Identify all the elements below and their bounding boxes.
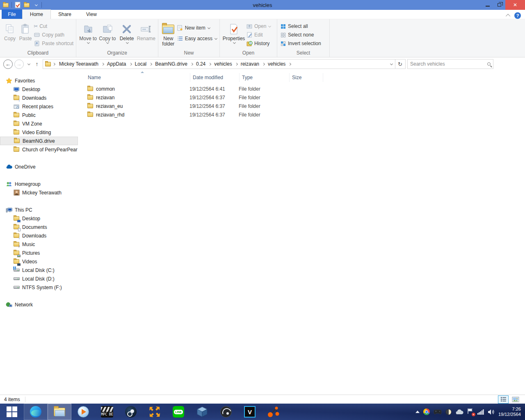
column-header-size[interactable]: Size [290, 73, 323, 82]
up-button[interactable]: ↑ [33, 61, 41, 67]
taskbar-media-player-button[interactable] [71, 404, 95, 420]
breadcrumb-item[interactable]: 0.24 [194, 61, 212, 67]
breadcrumb-item[interactable]: Local [132, 61, 153, 67]
table-row[interactable]: reziavan_rhd 19/12/2564 6:37 File folder [78, 110, 525, 119]
delete-button[interactable]: Delete [117, 21, 136, 44]
table-row[interactable]: reziavan 19/12/2564 6:37 File folder [78, 93, 525, 102]
sidebar-section-homegroup[interactable]: Homegroup [0, 180, 78, 188]
sidebar-item-mickey-teerawath[interactable]: Mickey Teerawath [0, 188, 78, 197]
select-all-button[interactable]: Select all [280, 23, 321, 30]
breadcrumb-item[interactable]: vehicles [212, 61, 238, 67]
start-button[interactable] [0, 404, 24, 420]
column-header-name[interactable]: Name [85, 73, 190, 82]
breadcrumb-item[interactable]: Mickey Teerawath [57, 61, 105, 67]
volume-icon[interactable] [488, 409, 495, 415]
breadcrumb-item[interactable]: reizavan [238, 61, 265, 67]
help-icon[interactable]: ? [514, 12, 521, 19]
search-icon[interactable] [487, 62, 491, 66]
sidebar-section-network[interactable]: Network [0, 300, 78, 309]
address-bar[interactable]: Mickey Teerawath AppData Local [43, 59, 395, 69]
open-button[interactable]: Open [246, 23, 271, 30]
sidebar-item-pc-pictures[interactable]: Pictures [0, 249, 78, 257]
column-header-type[interactable]: Type [240, 73, 290, 82]
sidebar-item-pc-music[interactable]: ♪ Music [0, 240, 78, 249]
search-input[interactable] [410, 61, 487, 67]
sidebar-item-pc-downloads[interactable]: ↓ Downloads [0, 231, 78, 240]
search-box[interactable] [407, 59, 493, 69]
restore-button[interactable] [493, 0, 505, 10]
action-center-flag-icon[interactable]: ✕ [467, 408, 474, 415]
back-button[interactable]: ← [3, 59, 13, 69]
breadcrumb-item[interactable]: vehicles [265, 61, 292, 67]
sidebar-item-pc-documents[interactable]: Documents [0, 223, 78, 231]
invert-selection-button[interactable]: Invert selection [280, 40, 321, 47]
taskbar-line-button[interactable]: LINE [167, 404, 190, 420]
sidebar-item-recent-places[interactable]: Recent places [0, 102, 78, 111]
forward-button[interactable]: ← [14, 59, 24, 69]
copy-path-button[interactable]: Copy path [34, 31, 73, 39]
minimize-button[interactable] [482, 0, 493, 10]
taskbar-edge-button[interactable] [24, 404, 48, 420]
properties-icon[interactable] [14, 2, 21, 8]
taskbar-file-explorer-button[interactable] [48, 404, 71, 420]
address-dropdown-icon[interactable] [390, 62, 393, 65]
table-row[interactable]: reziavan_eu 19/12/2564 6:37 File folder [78, 102, 525, 110]
sidebar-item-beamng-drive[interactable]: BeamNG.drive [0, 137, 78, 145]
taskbar-vmware-button[interactable] [143, 404, 167, 420]
edit-button[interactable]: Edit [246, 31, 271, 39]
taskbar-virtualbox-button[interactable] [190, 404, 214, 420]
copy-button[interactable]: Copy [2, 21, 17, 41]
copy-to-button[interactable]: Copy to [98, 21, 116, 44]
sidebar-section-favorites[interactable]: Favorites [0, 76, 78, 85]
sidebar-item-video-editing[interactable]: Video Editing [0, 128, 78, 137]
sidebar-item-vm-zone[interactable]: VM Zone [0, 119, 78, 128]
sidebar-item-church-of-perrypearpear[interactable]: Church of PerryPearPear [0, 145, 78, 154]
rename-button[interactable]: Rename [137, 21, 155, 41]
breadcrumb-item[interactable]: BeamNG.drive [153, 61, 194, 67]
tab-home[interactable]: Home [22, 9, 51, 19]
tray-clock[interactable]: 7:26 19/12/2564 [498, 406, 521, 417]
thumbnail-view-button[interactable] [510, 395, 521, 404]
breadcrumb-item[interactable]: AppData [105, 61, 132, 67]
taskbar-steam-button[interactable] [119, 404, 143, 420]
flux-tray-icon[interactable] [445, 409, 452, 415]
sidebar-item-ntfs-system-f[interactable]: NTFS System (F:) [0, 283, 78, 292]
easy-access-button[interactable]: Easy access [177, 35, 217, 42]
paste-shortcut-button[interactable]: Paste shortcut [34, 40, 73, 47]
network-signal-icon[interactable] [477, 409, 484, 415]
tab-file[interactable]: File [2, 9, 22, 19]
ribbon-collapse-icon[interactable] [506, 14, 510, 18]
sidebar-section-onedrive[interactable]: OneDrive [0, 162, 78, 171]
sidebar-item-local-disk-c[interactable]: Local Disk (C:) [0, 266, 78, 274]
sidebar-item-downloads[interactable]: ↓ Downloads [0, 94, 78, 102]
refresh-button[interactable]: ↻ [395, 59, 406, 69]
new-folder-button[interactable]: New folder [161, 21, 176, 47]
move-to-button[interactable]: Move to [79, 21, 97, 44]
taskbar-vegas-button[interactable]: V [238, 404, 262, 420]
new-item-button[interactable]: New item [177, 24, 217, 32]
sidebar-item-pc-videos[interactable]: Videos [0, 257, 78, 266]
taskbar-beamng-button[interactable] [262, 404, 285, 420]
tab-share[interactable]: Share [51, 9, 79, 19]
qat-dropdown-icon[interactable] [32, 2, 39, 8]
chrome-tray-icon[interactable] [423, 409, 430, 415]
sidebar-item-local-disk-d[interactable]: Local Disk (D:) [0, 274, 78, 283]
cut-button[interactable]: ✂ Cut [34, 23, 73, 30]
tab-view[interactable]: View [79, 9, 104, 19]
show-hidden-icons-button[interactable] [415, 411, 420, 413]
paste-button[interactable]: Paste [18, 21, 33, 41]
taskbar-mpc-be-button[interactable]: MPC BE [95, 404, 119, 420]
sidebar-item-public[interactable]: Public [0, 111, 78, 119]
sidebar-item-desktop[interactable]: Desktop [0, 85, 78, 94]
onedrive-tray-icon[interactable] [455, 409, 463, 415]
taskbar-obs-button[interactable] [214, 404, 238, 420]
folder-icon[interactable] [23, 2, 30, 8]
column-header-date-modified[interactable]: Date modified [190, 73, 240, 82]
sidebar-section-this-pc[interactable]: This PC [0, 205, 78, 214]
history-button[interactable]: History [246, 40, 271, 47]
properties-button[interactable]: Properties [222, 21, 245, 44]
recent-locations-dropdown[interactable] [25, 63, 31, 66]
sidebar-item-pc-desktop[interactable]: Desktop [0, 214, 78, 223]
table-row[interactable]: common 19/12/2564 6:41 File folder [78, 84, 525, 93]
close-button[interactable]: ✕ [505, 0, 525, 10]
